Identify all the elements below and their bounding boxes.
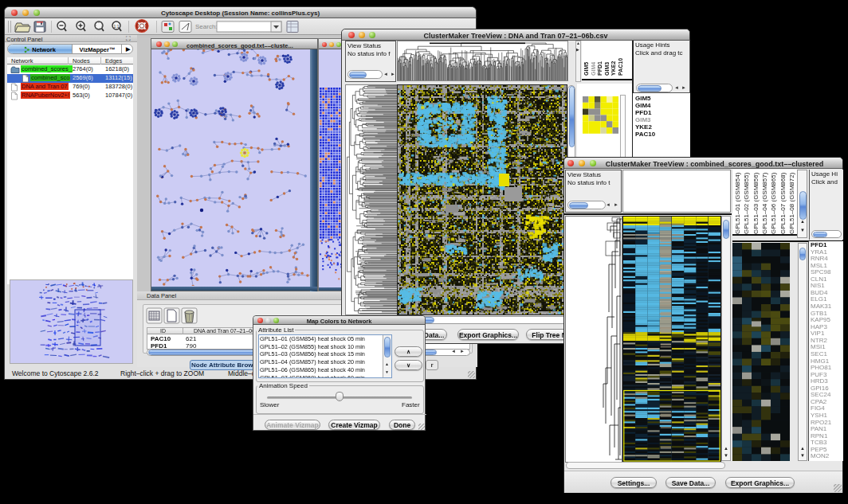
svg-text:1:1: 1:1 (114, 24, 120, 29)
svg-text:Search:: Search: (195, 23, 218, 30)
